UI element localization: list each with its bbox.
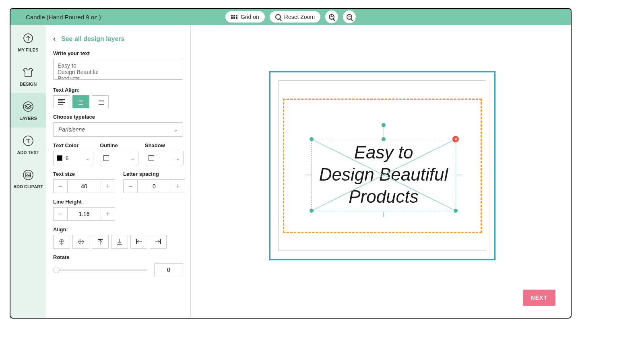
guide-left [305, 175, 311, 175]
topbar-controls: Grid on Reset Zoom [225, 10, 356, 23]
rail-design[interactable]: DESIGN [10, 59, 46, 93]
typeface-label: Choose typeface [53, 114, 183, 120]
align-label: Align: [53, 226, 183, 232]
rotate-label: Rotate [53, 254, 183, 260]
empty-swatch-icon [103, 155, 109, 161]
guide-right [456, 175, 462, 175]
outline-label: Outline [100, 142, 138, 148]
letter-spacing-value[interactable]: 0 [138, 179, 171, 193]
text-align-right-button[interactable] [92, 95, 109, 108]
typeface-select[interactable]: Parisienne ⌄ [53, 122, 183, 137]
svg-point-1 [23, 102, 33, 111]
image-icon [22, 169, 34, 181]
canvas-area[interactable]: Easy to Design Beautiful Products ✕ [191, 25, 571, 318]
rail-layers[interactable]: LAYERS [10, 93, 46, 128]
align-right-button[interactable] [150, 235, 167, 249]
guide-bottom [383, 212, 384, 217]
typeface-value: Parisienne [58, 126, 85, 133]
canvas-bleed-box: Easy to Design Beautiful Products ✕ [269, 71, 495, 260]
line-height-decrease-button[interactable]: − [53, 207, 68, 221]
canvas-trim-box: Easy to Design Beautiful Products ✕ [279, 80, 486, 251]
text-size-decrease-button[interactable]: − [53, 179, 68, 193]
rail-add-clipart[interactable]: ADD CLIPART [10, 162, 46, 196]
text-align-center-button[interactable] [72, 95, 89, 108]
zoom-in-button[interactable] [325, 10, 338, 23]
slider-thumb[interactable] [53, 267, 60, 273]
rail-add-text[interactable]: ADD TEXT [10, 128, 46, 162]
zoom-out-icon [347, 14, 352, 20]
rail-label: ADD TEXT [17, 150, 39, 155]
grid-toggle-button[interactable]: Grid on [225, 11, 265, 23]
text-input[interactable] [53, 59, 183, 80]
grid-toggle-label: Grid on [241, 14, 259, 20]
next-button[interactable]: NEXT [523, 290, 555, 306]
letter-spacing-increase-button[interactable]: + [171, 179, 185, 193]
selection-diagonals [312, 139, 456, 211]
topbar: Candle (Hand Poured 9 oz.) Grid on Reset… [10, 9, 571, 25]
back-to-layers-link[interactable]: ‹ See all design layers [53, 35, 183, 43]
line-height-stepper: − 1.16 + [53, 207, 115, 221]
rotate-slider[interactable] [53, 266, 149, 274]
reset-zoom-label: Reset Zoom [284, 14, 315, 20]
handle-top-left[interactable] [310, 137, 314, 141]
align-bottom-button[interactable] [111, 235, 128, 249]
align-vertical-center-button[interactable] [53, 235, 70, 249]
layers-icon [22, 101, 34, 113]
align-top-button[interactable] [92, 235, 109, 249]
text-size-stepper: − 40 + [53, 179, 115, 193]
reset-zoom-button[interactable]: Reset Zoom [270, 11, 320, 23]
text-size-label: Text size [53, 171, 115, 177]
chevron-down-icon: ⌄ [130, 155, 135, 161]
app-frame: Candle (Hand Poured 9 oz.) Grid on Reset… [10, 8, 572, 319]
letter-spacing-decrease-button[interactable]: − [123, 179, 138, 193]
delete-layer-button[interactable]: ✕ [452, 136, 459, 142]
line-height-value[interactable]: 1.16 [68, 207, 101, 221]
rotate-value[interactable]: 0 [154, 263, 183, 276]
upload-icon [22, 32, 34, 44]
text-icon [22, 135, 34, 147]
rotation-handle[interactable] [382, 123, 386, 127]
grid-icon [231, 15, 237, 19]
line-height-increase-button[interactable]: + [101, 207, 115, 221]
shadow-label: Shadow [145, 142, 184, 148]
zoom-out-button[interactable] [343, 10, 356, 23]
back-link-label: See all design layers [61, 35, 124, 43]
handle-bottom-right[interactable] [454, 209, 458, 213]
magnifier-icon [275, 14, 281, 20]
outline-select[interactable]: ⌄ [100, 151, 138, 165]
chevron-down-icon: ⌄ [175, 155, 180, 161]
rail-label: LAYERS [19, 116, 37, 121]
text-color-value: 6 [66, 155, 68, 161]
rail-label: MY FILES [18, 47, 39, 52]
slider-track [55, 269, 147, 271]
shirt-icon [22, 66, 34, 78]
letter-spacing-label: Letter spacing [123, 171, 185, 177]
write-text-label: Write your text [53, 50, 183, 56]
chevron-down-icon: ⌄ [173, 126, 178, 133]
text-size-value[interactable]: 40 [68, 179, 101, 193]
product-title: Candle (Hand Poured 9 oz.) [26, 14, 101, 21]
text-size-increase-button[interactable]: + [101, 179, 115, 193]
properties-panel: ‹ See all design layers Write your text … [46, 25, 191, 318]
color-swatch-icon [57, 155, 62, 161]
handle-bottom-left[interactable] [310, 209, 314, 213]
align-horizontal-center-button[interactable] [72, 235, 89, 249]
shadow-select[interactable]: ⌄ [145, 151, 184, 165]
handle-top-center[interactable] [382, 137, 386, 141]
rail-label: ADD CLIPART [13, 184, 43, 189]
empty-swatch-icon [149, 155, 154, 161]
selection-box[interactable]: ✕ [311, 139, 456, 211]
line-height-label: Line Height [53, 199, 183, 205]
text-align-left-button[interactable] [53, 95, 70, 108]
text-color-select[interactable]: 6 ⌄ [53, 151, 93, 165]
rail-my-files[interactable]: MY FILES [10, 25, 46, 59]
rail-label: DESIGN [20, 82, 37, 86]
align-left-button[interactable] [130, 235, 147, 249]
chevron-down-icon: ⌄ [85, 155, 90, 161]
letter-spacing-stepper: − 0 + [123, 179, 185, 193]
text-color-label: Text Color [53, 142, 93, 148]
chevron-left-icon: ‹ [53, 35, 56, 43]
zoom-in-icon [329, 14, 334, 20]
tool-rail: MY FILES DESIGN LAYERS ADD TEXT ADD CLIP… [10, 25, 46, 318]
text-align-label: Text Align: [53, 87, 183, 93]
